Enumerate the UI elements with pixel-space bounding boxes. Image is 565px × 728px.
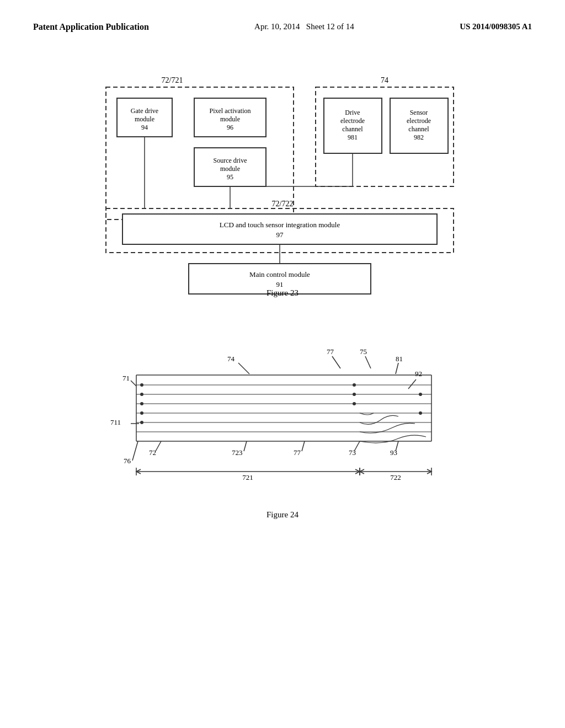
figure23-label: Figure 23 [266, 288, 299, 298]
dot4 [140, 411, 143, 415]
box-lcd-touch [122, 214, 437, 244]
curve2 [360, 415, 398, 424]
svg-text:96: 96 [227, 124, 233, 131]
date: Apr. 10, 2014 [254, 22, 300, 31]
arrow-72 [156, 441, 161, 451]
label-72-722: 72/722 [272, 200, 294, 208]
svg-text:module: module [220, 165, 240, 173]
label-77b: 77 [294, 448, 301, 457]
arrow-73 [354, 441, 360, 451]
label-lcd-touch: LCD and touch sensor integration module [220, 221, 340, 229]
svg-text:91: 91 [276, 280, 284, 288]
label-711: 711 [110, 418, 121, 426]
dot2 [140, 393, 143, 396]
svg-text:module: module [135, 115, 154, 123]
label-92: 92 [415, 370, 422, 378]
dot8 [353, 402, 356, 405]
svg-text:95: 95 [227, 173, 233, 181]
arrow-74 [238, 363, 249, 374]
sheet-info: Apr. 10, 2014 Sheet 12 of 14 [254, 22, 354, 31]
curve4 [360, 435, 426, 443]
svg-text:module: module [220, 115, 240, 123]
arrow-723 [244, 441, 247, 451]
arrow-81 [396, 363, 398, 374]
label-77a: 77 [327, 347, 334, 356]
patent-number: US 2014/0098305 A1 [460, 22, 532, 31]
label-drive-electrode: Drive [345, 109, 360, 116]
svg-text:982: 982 [414, 133, 424, 141]
layer-stack-left [136, 375, 360, 441]
svg-text:channel: channel [408, 125, 429, 133]
figure24-diagram: 71 74 77 75 81 92 711 [89, 331, 476, 502]
arrow-71 [131, 381, 136, 386]
arrow-75 [365, 356, 371, 368]
label-76: 76 [124, 457, 131, 465]
label-source-drive: Source drive [214, 157, 247, 164]
label-gate-drive: Gate drive [131, 107, 158, 115]
arrow-76 [132, 441, 138, 461]
label-72: 72 [149, 448, 156, 457]
dot5 [140, 421, 143, 424]
label-dim-721: 721 [242, 473, 253, 481]
svg-text:94: 94 [141, 124, 148, 131]
arrow-77b [302, 441, 305, 451]
page: Patent Application Publication Apr. 10, … [0, 0, 565, 728]
sheet: Sheet 12 of 14 [306, 22, 354, 31]
publication-label: Patent Application Publication [33, 22, 149, 32]
label-74: 74 [381, 76, 388, 84]
arrow-92 [408, 379, 416, 389]
label-81: 81 [396, 355, 403, 363]
svg-text:channel: channel [342, 125, 363, 133]
figure23-container: 72/721 74 Gate drive module 94 Pixel act… [33, 65, 532, 314]
page-header: Patent Application Publication Apr. 10, … [33, 22, 532, 32]
figure24-container: 71 74 77 75 81 92 711 [33, 331, 532, 536]
arrow-77a [332, 356, 340, 368]
svg-text:electrode: electrode [340, 117, 365, 125]
label-sensor-electrode: Sensor [410, 109, 428, 116]
svg-text:97: 97 [276, 231, 284, 239]
figure24-label: Figure 24 [266, 510, 299, 520]
dot1 [140, 383, 143, 387]
dot9 [419, 393, 422, 396]
svg-text:electrode: electrode [407, 117, 431, 125]
label-72-721: 72/721 [162, 76, 183, 84]
layer-stack-right [360, 375, 431, 441]
dot6 [353, 383, 356, 387]
dot7 [353, 393, 356, 396]
label-71: 71 [122, 374, 130, 382]
label-723: 723 [232, 448, 243, 457]
label-main-control: Main control module [249, 270, 310, 279]
label-75: 75 [360, 347, 367, 356]
label-74: 74 [227, 355, 235, 363]
figure23-diagram: 72/721 74 Gate drive module 94 Pixel act… [89, 65, 476, 280]
dot10 [419, 411, 422, 415]
dot3 [140, 402, 143, 405]
label-dim-722: 722 [390, 473, 401, 481]
svg-text:981: 981 [348, 133, 358, 141]
label-pixel-activation: Pixel activation [210, 107, 251, 115]
